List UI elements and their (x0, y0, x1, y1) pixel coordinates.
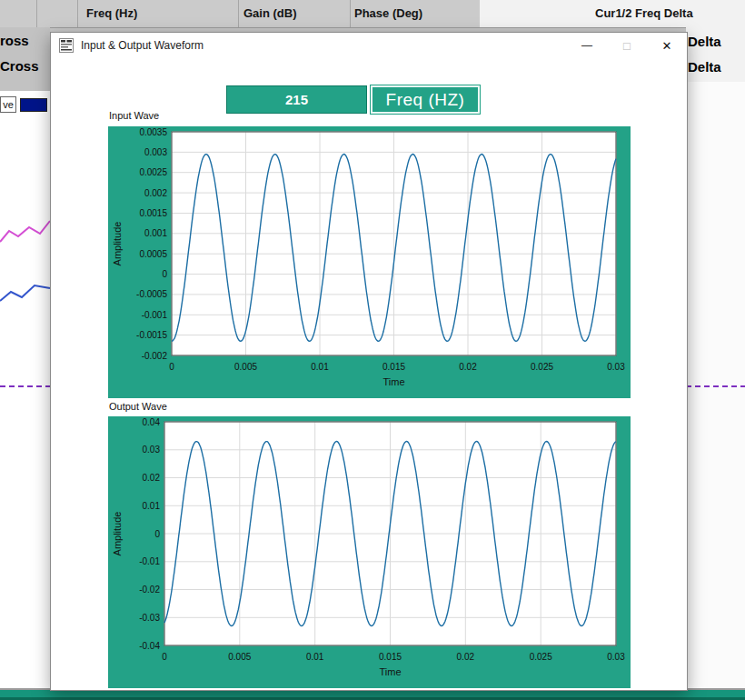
svg-text:-0.03: -0.03 (139, 613, 160, 623)
column-header-freq: Freq (Hz) (86, 6, 137, 20)
svg-text:0: 0 (169, 362, 174, 372)
plot-legend-dropdown-fragment[interactable]: ve (0, 96, 16, 113)
svg-text:-0.0005: -0.0005 (136, 289, 167, 299)
svg-text:0.0015: 0.0015 (139, 208, 167, 218)
window-title: Input & Output Waveform (81, 39, 204, 52)
svg-text:0.025: 0.025 (531, 362, 553, 372)
svg-text:0.001: 0.001 (144, 228, 167, 238)
svg-text:0.025: 0.025 (530, 652, 552, 662)
freq-unit-label: Freq (HZ) (371, 85, 480, 114)
svg-text:-0.04: -0.04 (139, 641, 160, 651)
maximize-button[interactable]: □ (607, 33, 647, 58)
cross-label-partial: ross (0, 33, 29, 48)
output-wave-plot: 0.040.030.020.010-0.01-0.02-0.03-0.0400.… (108, 416, 631, 688)
svg-text:-0.002: -0.002 (142, 351, 168, 361)
svg-text:0.015: 0.015 (379, 652, 402, 662)
svg-text:0.01: 0.01 (311, 362, 329, 372)
cursor-panel-header: Cur1/2 Freq Delta (480, 0, 745, 27)
column-header-phase: Phase (Deg) (354, 6, 422, 20)
cross-label: Cross (0, 58, 39, 74)
waveform-window: Input & Output Waveform — □ ✕ 215 Freq (… (50, 32, 688, 691)
plot-legend-color-swatch (20, 98, 47, 112)
svg-text:0.03: 0.03 (143, 445, 161, 455)
delta-label: Delta (688, 59, 721, 75)
svg-text:0.005: 0.005 (234, 362, 257, 372)
svg-text:-0.02: -0.02 (139, 585, 160, 595)
background-left-chart-area (0, 91, 50, 689)
svg-text:Time: Time (382, 376, 404, 387)
window-titlebar[interactable]: Input & Output Waveform — □ ✕ (51, 33, 687, 58)
background-table-header: Freq (Hz) Gain (dB) Phase (Deg) Cur1/2 F… (0, 0, 745, 28)
svg-text:0.01: 0.01 (306, 652, 324, 662)
close-button[interactable]: ✕ (647, 33, 687, 58)
svg-text:0.01: 0.01 (143, 501, 161, 511)
svg-text:0.03: 0.03 (607, 362, 625, 372)
background-right-chart-area (686, 82, 745, 689)
input-wave-title: Input Wave (107, 110, 161, 121)
input-wave-plot: 0.00350.0030.00250.0020.00150.0010.00050… (108, 126, 631, 398)
svg-text:-0.0015: -0.0015 (136, 330, 167, 340)
svg-text:0.003: 0.003 (144, 147, 167, 157)
background-right-panel: Delta Delta (686, 27, 745, 82)
delta-label: Delta (688, 34, 721, 49)
header-divider (36, 0, 37, 27)
svg-text:0.0035: 0.0035 (139, 127, 167, 137)
svg-text:0.02: 0.02 (457, 652, 475, 662)
svg-text:0.02: 0.02 (459, 362, 477, 372)
background-left-panel: ross Cross (0, 27, 50, 91)
svg-text:0.002: 0.002 (144, 188, 167, 198)
header-divider (77, 0, 78, 27)
freq-value-display[interactable]: 215 (226, 85, 367, 114)
svg-text:0.0025: 0.0025 (139, 167, 167, 177)
output-wave-chart: 0.040.030.020.010-0.01-0.02-0.03-0.0400.… (108, 416, 631, 688)
svg-text:0: 0 (154, 529, 160, 539)
cursor-panel-label: Cur1/2 Freq Delta (595, 6, 693, 20)
svg-text:0.015: 0.015 (382, 362, 405, 372)
svg-text:Time: Time (379, 666, 401, 677)
column-header-gain: Gain (dB) (243, 6, 297, 20)
svg-text:0.03: 0.03 (607, 652, 625, 662)
header-divider (350, 0, 351, 27)
svg-text:0.0005: 0.0005 (139, 249, 167, 259)
svg-text:0.005: 0.005 (228, 652, 251, 662)
svg-text:-0.01: -0.01 (139, 556, 160, 566)
app-icon (59, 38, 74, 53)
input-wave-chart: 0.00350.0030.00250.0020.00150.0010.00050… (108, 126, 631, 398)
minimize-button[interactable]: — (567, 33, 607, 58)
svg-text:Amplitude: Amplitude (112, 512, 123, 556)
svg-text:0: 0 (162, 269, 167, 279)
output-wave-title: Output Wave (107, 401, 169, 412)
svg-text:-0.001: -0.001 (142, 310, 168, 320)
svg-text:0.04: 0.04 (143, 417, 161, 427)
svg-text:0: 0 (162, 652, 167, 662)
svg-text:0.02: 0.02 (143, 473, 161, 483)
plot-legend-text: ve (3, 99, 14, 110)
svg-text:Amplitude: Amplitude (112, 222, 123, 266)
header-divider (238, 0, 239, 27)
